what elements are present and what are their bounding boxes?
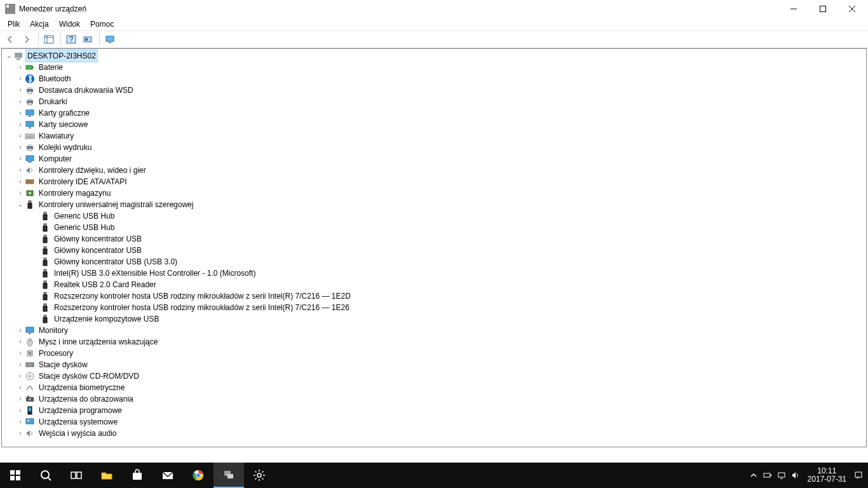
tree-category-label: Kontrolery uniwersalnej magistrali szere… [37,199,194,210]
expander-icon[interactable]: › [16,176,25,187]
expander-icon[interactable]: › [16,428,25,439]
tree-root[interactable]: ⌄DESKTOP-2I3HS02 [2,50,866,62]
maximize-button[interactable] [808,0,837,18]
expander-icon[interactable]: › [16,359,25,370]
expander-icon[interactable]: › [16,85,25,96]
svg-rect-88 [77,472,81,478]
tree-device[interactable]: Główny koncentrator USB [2,245,866,256]
toolbar-forward-button[interactable] [19,32,34,46]
tree-category[interactable]: ›Karty graficzne [2,107,866,119]
expander-icon[interactable]: › [16,393,25,405]
tree-category[interactable]: ›Urządzenia biometryczne [2,382,866,393]
tray-network-icon[interactable] [775,463,789,488]
menu-action[interactable]: Akcja [25,18,53,30]
expander-icon[interactable]: › [16,370,25,382]
tree-device[interactable]: Rozszerzony kontroler hosta USB rodziny … [2,290,866,302]
tree-category[interactable]: ›Kontrolery dźwięku, wideo i gier [2,165,866,176]
tree-category[interactable]: ›Stacje dysków CD-ROM/DVD [2,370,866,382]
tree-category[interactable]: ›Baterie [2,62,866,73]
settings-button[interactable] [244,463,275,488]
tree-category[interactable]: ›Urządzenia do obrazowania [2,393,866,405]
expander-icon[interactable]: › [16,325,25,336]
tree-category[interactable]: ›Kolejki wydruku [2,142,866,153]
tree-device[interactable]: Intel(R) USB 3.0 eXtensible Host Control… [2,268,866,279]
tree-device[interactable]: Główny koncentrator USB (USB 3.0) [2,256,866,268]
menu-file[interactable]: Plik [3,18,25,30]
tree-category[interactable]: ›Komputer [2,153,866,165]
tree-device[interactable]: Realtek USB 2.0 Card Reader [2,279,866,290]
tree-category[interactable]: ›Mysz i inne urządzenia wskazujące [2,336,866,348]
expander-icon[interactable]: › [16,416,25,428]
tree-category[interactable]: ›Kontrolery IDE ATA/ATAPI [2,176,866,187]
expander-icon[interactable]: › [16,153,25,165]
chrome-button[interactable] [183,463,214,488]
tree-category-label: Urządzenia systemowe [37,416,119,428]
expander-icon[interactable]: › [16,405,25,416]
menu-help[interactable]: Pomoc [85,18,119,30]
menu-view[interactable]: Widok [54,18,85,30]
tree-category[interactable]: ›Klawiatury [2,130,866,142]
tree-category[interactable]: ›Urządzenia systemowe [2,416,866,428]
software-icon [25,405,35,416]
expander-icon[interactable]: › [16,165,25,176]
expander-icon[interactable]: › [16,96,25,107]
device-tree[interactable]: ⌄DESKTOP-2I3HS02›Baterie›Bluetooth›Dosta… [1,48,867,447]
tray-volume-icon[interactable] [789,463,803,488]
tree-category[interactable]: ›Monitory [2,325,866,336]
svg-rect-19 [28,87,32,89]
tree-device[interactable]: Rozszerzony kontroler hosta USB rodziny … [2,302,866,313]
tray-expand-icon[interactable] [747,463,761,488]
store-button[interactable] [122,463,153,488]
toolbar-show-hide-button[interactable] [41,32,57,46]
expander-icon[interactable]: › [16,336,25,348]
tree-device[interactable]: Generic USB Hub [2,210,866,222]
action-center-icon[interactable] [851,463,865,488]
expander-icon[interactable]: › [16,62,25,73]
close-button[interactable] [837,0,867,18]
tree-category[interactable]: ⌄Kontrolery uniwersalnej magistrali szer… [2,199,866,210]
svg-rect-22 [28,98,32,100]
tree-category[interactable]: ›Stacje dysków [2,359,866,370]
expander-icon[interactable]: › [16,119,25,130]
tree-category[interactable]: ›Procesory [2,348,866,359]
tree-category[interactable]: ›Karty sieciowe [2,119,866,130]
expander-icon[interactable]: › [16,187,25,199]
task-view-button[interactable] [61,463,92,488]
tree-category[interactable]: ›Urządzenia programowe [2,405,866,416]
minimize-button[interactable] [779,0,808,18]
expander-icon[interactable]: › [16,130,25,142]
expander-icon[interactable]: ⌄ [4,50,13,62]
taskbar-clock[interactable]: 10:11 2017-07-31 [803,467,851,484]
device-manager-taskbar-button[interactable] [214,463,244,488]
tree-category[interactable]: ›Kontrolery magazynu [2,187,866,199]
expander-icon[interactable]: › [16,107,25,119]
expander-icon[interactable]: › [16,348,25,359]
svg-rect-59 [43,295,47,300]
toolbar-scan-hardware-button[interactable] [80,32,95,46]
start-button[interactable] [0,463,31,488]
expander-icon[interactable]: ⌄ [16,199,25,210]
toolbar-back-button[interactable] [3,32,18,46]
tree-device[interactable]: Generic USB Hub [2,222,866,233]
tree-device[interactable]: Urządzenie kompozytowe USB [2,313,866,325]
svg-rect-105 [764,473,770,477]
toolbar-help-button[interactable]: ? [64,32,79,46]
svg-rect-78 [29,407,31,411]
printer-icon [25,142,35,152]
tray-power-icon[interactable] [761,463,775,488]
search-button[interactable] [31,463,61,488]
expander-icon[interactable]: › [16,142,25,153]
expander-icon[interactable]: › [16,382,25,393]
tree-device[interactable]: Główny koncentrator USB [2,233,866,245]
file-explorer-button[interactable] [92,463,122,488]
tree-category[interactable]: ›Dostawca drukowania WSD [2,85,866,96]
usb-icon [40,222,50,233]
mail-button[interactable] [153,463,183,488]
taskbar-date: 2017-07-31 [808,475,846,484]
tree-category[interactable]: ›Bluetooth [2,73,866,85]
tree-category[interactable]: ›Wejścia i wyjścia audio [2,428,866,439]
expander-icon[interactable]: › [16,73,25,85]
svg-rect-82 [16,470,20,475]
tree-category[interactable]: ›Drukarki [2,96,866,107]
toolbar-monitor-button[interactable] [102,32,118,46]
